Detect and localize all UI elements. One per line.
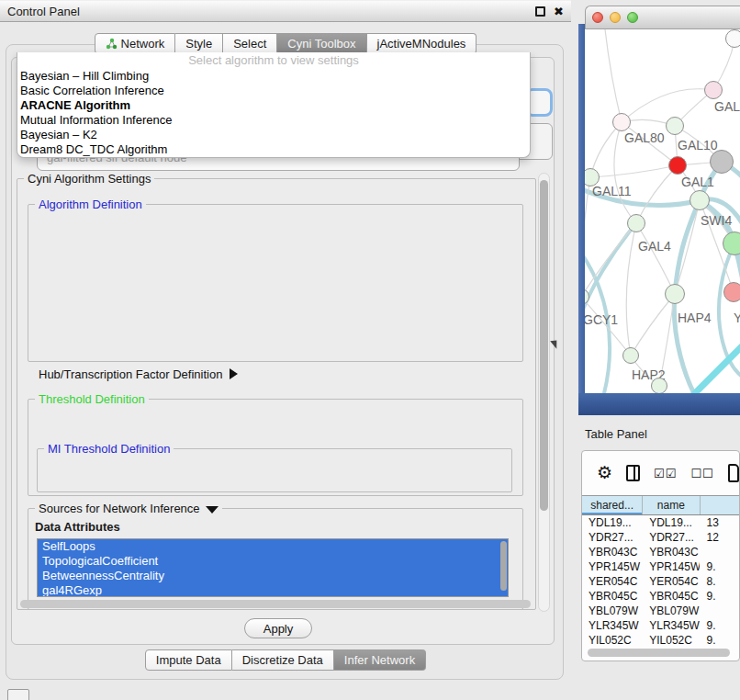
settings-vertical-scrollbar-thumb[interactable]	[540, 180, 548, 511]
network-node-gal[interactable]	[704, 81, 723, 99]
network-node[interactable]	[723, 231, 740, 255]
hub-definition-toggle[interactable]: Hub/Transcription Factor Definition	[39, 367, 238, 381]
table-cell: YBL079W	[643, 604, 700, 618]
tab-impute-data[interactable]: Impute Data	[145, 649, 232, 671]
node-label: Y	[734, 310, 740, 325]
table-cell: YDL19...	[582, 515, 643, 530]
table-cell: YPR145W	[582, 559, 643, 574]
table-cell: YIL052C	[582, 633, 643, 644]
table-cell: YIL052C	[643, 633, 700, 644]
table-cell	[700, 604, 739, 618]
panel-corner-fragment	[7, 689, 29, 700]
network-node-y[interactable]	[723, 282, 740, 302]
tab-label: Infer Network	[344, 653, 415, 667]
table-cell: YBR045C	[582, 589, 643, 604]
split-columns-icon[interactable]	[626, 465, 640, 481]
column-header[interactable]: shared...	[582, 496, 643, 514]
control-panel-titlebar: Control Panel ✖	[0, 0, 571, 22]
deselect-all-icon[interactable]: ☐☐	[690, 467, 713, 480]
network-node[interactable]	[710, 150, 734, 174]
table-cell: 9.	[700, 633, 739, 644]
tab-label: Discretize Data	[242, 653, 323, 667]
node-attribute-table[interactable]: shared...nameYDL19...YDL19...13YDR27...Y…	[582, 495, 739, 644]
network-node-gal80[interactable]	[612, 113, 631, 131]
table-cell: YBR043C	[582, 545, 643, 559]
tab-label: Style	[185, 37, 212, 51]
close-icon[interactable]: ✖	[554, 6, 564, 17]
column-header[interactable]	[701, 496, 740, 514]
zoom-traffic-light-icon[interactable]	[627, 12, 638, 23]
network-node-gal1[interactable]	[668, 156, 687, 175]
tab-discretize-data[interactable]: Discretize Data	[232, 649, 334, 671]
network-node[interactable]	[725, 29, 740, 48]
network-window-titlebar	[585, 6, 740, 29]
sources-legend-label: Sources for Network Inference	[39, 502, 200, 515]
algorithm-definition-group	[28, 204, 523, 362]
tab-select[interactable]: Select	[223, 33, 277, 54]
close-traffic-light-icon[interactable]	[592, 12, 603, 23]
algorithm-option[interactable]: Bayesian – K2	[17, 128, 530, 142]
clipped-table-row: YIL052CYIL052C9.	[582, 633, 739, 644]
tab-cyni-toolbox[interactable]: Cyni Toolbox	[277, 33, 366, 54]
algorithm-option[interactable]: Mutual Information Inference	[17, 113, 530, 128]
table-cell: 9.	[700, 589, 739, 604]
table-row[interactable]: YBR045CYBR045C9.	[582, 589, 739, 604]
tab-label: Impute Data	[156, 653, 221, 667]
data-attributes-list[interactable]: SelfLoopsTopologicalCoefficientBetweenne…	[37, 538, 509, 597]
table-row[interactable]: YIL052CYIL052C9.	[582, 633, 739, 644]
tab-network[interactable]: Network	[95, 33, 176, 54]
algorithm-option[interactable]: Dream8 DC_TDC Algorithm	[17, 142, 530, 157]
apply-button[interactable]: Apply	[244, 618, 312, 638]
table-cell: YER054C	[643, 574, 700, 589]
network-canvas[interactable]: GALGAL80GAL10GAL1GAL11SWI4GAL4GCY1HAP4YH…	[585, 29, 740, 393]
table-row[interactable]: YER054CYER054C8.	[582, 574, 739, 589]
tab-label: jActiveMNodules	[377, 37, 466, 51]
table-toolbar: ⚙ ☑☑ ☐☐	[582, 458, 739, 488]
table-horizontal-scrollbar-thumb[interactable]	[588, 649, 730, 657]
settings-horizontal-scrollbar-thumb[interactable]	[20, 600, 531, 608]
algorithm-option[interactable]: ARACNE Algorithm	[17, 98, 530, 113]
gear-icon[interactable]: ⚙	[597, 464, 612, 482]
network-node[interactable]	[651, 378, 667, 393]
table-row[interactable]: YPR145WYPR145W9.	[582, 559, 739, 574]
column-header[interactable]: name	[643, 496, 700, 514]
algorithm-option[interactable]: Bayesian – Hill Climbing	[17, 69, 530, 84]
table-row[interactable]: YDR27...YDR27...12	[582, 530, 739, 545]
float-icon[interactable]	[535, 6, 545, 17]
attribute-list-item[interactable]: BetweennessCentrality	[38, 569, 508, 583]
node-label: HAP4	[678, 310, 712, 325]
table-row[interactable]: YLR345WYLR345W9.	[582, 618, 739, 633]
table-cell: YBR043C	[643, 545, 700, 559]
network-node-gal4[interactable]	[627, 214, 645, 232]
table-panel: ⚙ ☑☑ ☐☐ shared...nameYDL19...YDL19...13Y…	[581, 450, 740, 661]
attributes-list-scrollbar-thumb[interactable]	[500, 541, 507, 591]
network-node-hap4[interactable]	[665, 284, 685, 304]
control-panel-tab-bar: NetworkStyleSelectCyni ToolboxjActiveMNo…	[0, 33, 571, 54]
attribute-list-item[interactable]: SelfLoops	[38, 539, 508, 554]
select-all-icon[interactable]: ☑☑	[654, 467, 677, 480]
network-node-hap2[interactable]	[622, 347, 639, 364]
node-label: GAL11	[592, 184, 632, 198]
table-row[interactable]: YDL19...YDL19...13	[582, 515, 739, 530]
table-header-row: shared...name	[582, 495, 739, 515]
document-icon[interactable]	[728, 464, 739, 482]
network-node-gal10[interactable]	[666, 117, 684, 135]
tab-style[interactable]: Style	[175, 33, 223, 54]
attribute-list-item[interactable]: gal4RGexp	[38, 583, 508, 597]
mi-threshold-legend: MI Threshold Definition	[44, 442, 174, 456]
table-row[interactable]: YBR043CYBR043C	[582, 545, 739, 559]
table-cell: 12	[700, 530, 739, 545]
tab-jactivemnodules[interactable]: jActiveMNodules	[367, 33, 477, 54]
network-node-swi4[interactable]	[690, 190, 710, 210]
network-window-frame	[578, 393, 740, 415]
algorithm-option[interactable]: Basic Correlation Inference	[17, 84, 530, 98]
node-label: GAL10	[678, 138, 718, 152]
tab-label: Cyni Toolbox	[287, 37, 355, 51]
table-cell	[700, 545, 739, 559]
node-label: GAL4	[638, 239, 671, 254]
table-row[interactable]: YBL079WYBL079W	[582, 604, 739, 618]
minimize-traffic-light-icon[interactable]	[610, 12, 621, 23]
tab-infer-network[interactable]: Infer Network	[334, 649, 426, 671]
attribute-list-item[interactable]: TopologicalCoefficient	[38, 554, 508, 569]
sources-legend[interactable]: Sources for Network Inference	[35, 502, 222, 515]
